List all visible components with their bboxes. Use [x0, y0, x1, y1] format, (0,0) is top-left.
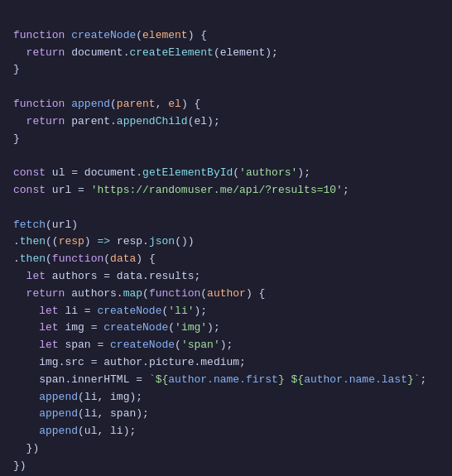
code-line-14: .then(function(data) {: [13, 252, 156, 265]
code-line-17: let li = createNode('li');: [13, 305, 207, 317]
code-line-1: function createNode(element) {: [13, 29, 207, 41]
code-line-24: append(ul, li);: [13, 425, 136, 437]
code-line-22: append(li, img);: [13, 391, 142, 403]
code-line-2: return document.createElement(element);: [13, 46, 278, 59]
code-line-19: let span = createNode('span');: [13, 339, 233, 351]
code-line-26: }): [13, 459, 26, 472]
code-line-16: return authors.map(function(author) {: [13, 287, 265, 300]
code-line-5: function append(parent, el) {: [13, 98, 200, 110]
code-line-20: img.src = author.picture.medium;: [13, 356, 246, 368]
code-line-13: .then((resp) => resp.json()): [13, 235, 195, 248]
code-line-12: fetch(url): [13, 219, 78, 231]
code-line-10: const url = 'https://randomuser.me/api/?…: [13, 184, 349, 196]
code-line-21: span.innerHTML = `${author.name.first} $…: [13, 373, 426, 386]
code-line-7: }: [13, 132, 20, 145]
code-line-18: let img = createNode('img');: [13, 321, 220, 334]
code-line-23: append(li, span);: [13, 407, 149, 420]
code-line-25: }): [13, 442, 39, 454]
code-editor: function createNode(element) { return do…: [13, 10, 439, 476]
code-line-9: const ul = document.getElementById('auth…: [13, 166, 310, 179]
code-line-6: return parent.appendChild(el);: [13, 115, 220, 127]
code-line-3: }: [13, 63, 20, 75]
code-line-15: let authors = data.results;: [13, 270, 200, 282]
